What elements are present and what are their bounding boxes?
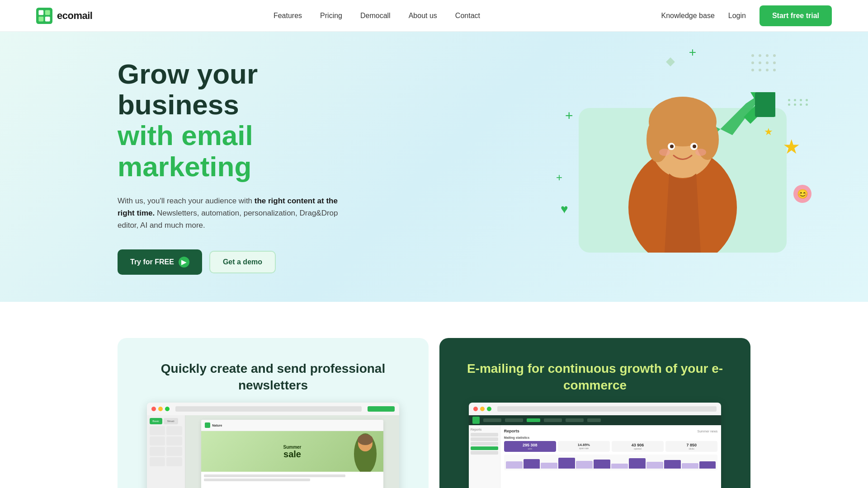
tool[interactable]: [150, 457, 165, 466]
svg-point-20: [358, 434, 373, 445]
sidebar-item: [471, 437, 498, 441]
reports-header: Reports Summer news: [504, 429, 718, 433]
navbar: ecomail Features Pricing Democall About …: [0, 0, 868, 32]
nav-item: [566, 418, 584, 422]
login-link[interactable]: Login: [728, 12, 746, 20]
dot: [800, 99, 802, 101]
reports-layout: Reports Reports Summer news Mailing: [469, 425, 722, 488]
sale-label: sale: [283, 450, 301, 459]
ecommerce-screenshot: Reports Reports Summer news Mailing: [462, 403, 728, 488]
mock-browser-1: Basic Struct: [147, 403, 400, 488]
structure-tab[interactable]: Struct: [164, 418, 178, 424]
nav-about[interactable]: About us: [409, 12, 437, 20]
stat-box-2: 14.85% open rate: [558, 441, 610, 452]
sidebar-item: [471, 442, 498, 446]
tool[interactable]: [150, 426, 165, 435]
nav-item: [544, 418, 562, 422]
hero-image-area: ★ ★ + + ♥ 😊: [552, 81, 814, 253]
tool[interactable]: [166, 436, 182, 446]
bar-11: [682, 463, 698, 469]
cards-section: Quickly create and send professional new…: [0, 320, 868, 488]
bar-9: [646, 462, 663, 469]
nav-contact[interactable]: Contact: [455, 12, 480, 20]
editor-sidebar: Basic Struct: [147, 415, 185, 488]
knowledge-base-link[interactable]: Knowledge base: [661, 12, 714, 20]
dot: [773, 61, 776, 64]
tool[interactable]: [150, 436, 165, 446]
svg-point-15: [693, 145, 696, 148]
hero-buttons: Try for FREE ▶ Get a demo: [118, 249, 380, 275]
nav-item-active: [527, 418, 540, 422]
browser-content-1: Basic Struct: [147, 415, 400, 488]
bar-5: [576, 461, 593, 469]
mailing-stats-label: Mailing statistics: [504, 436, 718, 439]
hero-description: With us, you'll reach your audience with…: [118, 195, 353, 232]
nav-features[interactable]: Features: [274, 12, 302, 20]
sidebar-item: [471, 433, 498, 436]
svg-rect-3: [38, 16, 43, 21]
dot: [759, 69, 761, 71]
bar-1: [506, 461, 523, 469]
logo[interactable]: ecomail: [36, 8, 92, 24]
preview-btn[interactable]: [368, 406, 395, 412]
bar-6: [594, 460, 610, 469]
stat-3-label: opened: [613, 447, 662, 450]
dot: [751, 61, 754, 64]
close-dot: [151, 407, 156, 411]
sidebar-item-active: [471, 446, 498, 450]
editor-canvas: Nature Summer sale: [185, 415, 400, 488]
nav-democall[interactable]: Democall: [360, 12, 391, 20]
decorative-diamond: [666, 57, 675, 66]
bar-4: [558, 458, 575, 469]
summer-label: Summer: [283, 445, 301, 450]
tool[interactable]: [166, 426, 182, 435]
template-content: [201, 472, 383, 485]
summer-sale-overlay: Summer sale: [283, 445, 301, 459]
stat-2-label: open rate: [560, 447, 608, 450]
browser-bar-2: [469, 403, 722, 415]
tool[interactable]: [166, 457, 182, 466]
decorative-plus-top: +: [689, 45, 696, 60]
nav-item: [587, 418, 601, 422]
svg-rect-5: [755, 92, 775, 117]
plus-icon-1: +: [565, 108, 573, 123]
stat-1-value: 295 308: [506, 443, 554, 447]
content-tab[interactable]: Basic: [150, 418, 162, 424]
hero-person-image: [615, 76, 750, 253]
mock-browser-2: Reports Reports Summer news Mailing: [469, 403, 722, 488]
editor-tools: [150, 426, 182, 466]
get-demo-button[interactable]: Get a demo: [209, 251, 276, 273]
ecommerce-card: E-mailing for continuous growth of your …: [439, 338, 750, 488]
sidebar-item: [471, 451, 498, 455]
stat-2-value: 14.85%: [560, 443, 608, 447]
ecommerce-card-title: E-mailing for continuous growth of your …: [462, 361, 728, 394]
decorative-dots-top: [788, 99, 809, 106]
tool[interactable]: [166, 447, 182, 456]
browser-bar-1: [147, 403, 400, 415]
start-trial-button[interactable]: Start free trial: [760, 5, 832, 26]
editor-tabs: Basic Struct: [150, 418, 182, 424]
nav-menu: Features Pricing Democall About us Conta…: [274, 12, 480, 20]
dot: [794, 103, 796, 106]
navbar-right: Knowledge base Login Start free trial: [661, 5, 832, 26]
minimize-dot: [158, 407, 163, 411]
try-free-label: Try for FREE: [130, 258, 174, 266]
sidebar-label: Reports: [471, 428, 498, 431]
plus-icon-2: +: [556, 171, 562, 184]
nav-pricing[interactable]: Pricing: [320, 12, 342, 20]
dot: [759, 54, 761, 57]
bar-2: [524, 459, 540, 469]
app-nav: [469, 415, 722, 425]
dot: [766, 61, 769, 64]
dot: [806, 99, 808, 101]
sparkle-star-icon: ★: [783, 135, 800, 158]
try-free-button[interactable]: Try for FREE ▶: [118, 249, 202, 275]
hero-title-line2: with email marketing: [118, 120, 253, 182]
bar-7: [611, 464, 628, 469]
bar-chart: [504, 455, 718, 470]
dot: [800, 103, 802, 106]
banner-person: [352, 433, 379, 472]
tool[interactable]: [150, 447, 165, 456]
close-dot-2: [473, 407, 478, 411]
nav-item: [505, 418, 523, 422]
